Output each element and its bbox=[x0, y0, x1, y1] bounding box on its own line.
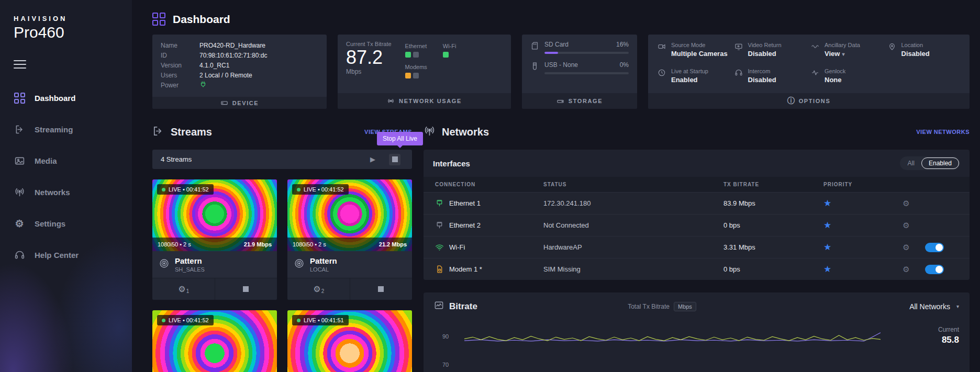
sidebar-item-help-center[interactable]: Help Center bbox=[0, 239, 132, 270]
sd-progress-track bbox=[544, 52, 629, 54]
usb-progress-track bbox=[544, 72, 629, 74]
streams-title: Streams bbox=[171, 126, 212, 138]
interface-settings-icon[interactable]: ⚙ bbox=[901, 243, 911, 252]
clock-icon bbox=[658, 69, 666, 86]
priority-star-icon[interactable]: ★ bbox=[823, 242, 834, 253]
option-live-at-startup: Live at StartupEnabled bbox=[658, 68, 730, 86]
modems-status: Modems bbox=[405, 64, 427, 78]
table-row-ethernet1[interactable]: Ethernet 1 172.30.241.180 83.9 Mbps ★⚙ bbox=[424, 192, 970, 214]
device-row: NamePRO420-RD_Hardware bbox=[161, 41, 318, 51]
filter-all[interactable]: All bbox=[901, 158, 921, 168]
streams-section: Streams VIEW STREAMS Stop All Live 4 Str… bbox=[152, 122, 412, 372]
options-card-footer: ⓘ OPTIONS bbox=[648, 93, 970, 109]
storage-drive-icon bbox=[556, 97, 564, 105]
live-dot-icon bbox=[162, 188, 165, 191]
option-ancillary-data[interactable]: Ancillary Data View▾ bbox=[811, 42, 884, 60]
main-content: Dashboard NamePRO420-RD_Hardware ID70:98… bbox=[132, 0, 980, 372]
sidebar-item-settings[interactable]: ⚙ Settings bbox=[0, 208, 132, 239]
device-card-footer: DEVICE bbox=[152, 97, 327, 109]
start-all-button[interactable]: ▶ bbox=[370, 155, 375, 163]
stream-thumbnail[interactable]: LIVE • 00:41:52 1080i50 • 2 s 21.2 Mbps bbox=[287, 179, 412, 251]
status-square bbox=[443, 52, 449, 58]
brand-pro460: Pro460 bbox=[14, 24, 118, 41]
option-location: LocationDisabled bbox=[888, 42, 961, 60]
intercom-icon bbox=[734, 69, 743, 86]
interface-settings-icon[interactable]: ⚙ bbox=[901, 221, 911, 230]
sim-card-icon bbox=[435, 265, 444, 274]
ethernet-icon bbox=[435, 199, 444, 208]
device-row: Version4.1.0_RC1 bbox=[161, 61, 318, 71]
interfaces-table-header: CONNECTION STATUS TX BITRATE PRIORITY bbox=[424, 177, 970, 192]
storage-card-body: SD Card16% USB - None0% bbox=[522, 35, 637, 93]
power-plug-icon bbox=[199, 81, 207, 91]
interface-toggle[interactable] bbox=[925, 265, 944, 274]
ethernet-status: Ethernet bbox=[405, 43, 427, 58]
stop-all-button[interactable] bbox=[389, 154, 400, 165]
bitrate-chart: 90 70 Current 85.8 bbox=[434, 315, 959, 368]
wifi-icon bbox=[435, 243, 444, 252]
networks-title: Networks bbox=[442, 126, 489, 138]
priority-star-icon[interactable]: ★ bbox=[823, 220, 834, 231]
wifi-status: Wi-Fi bbox=[443, 43, 456, 58]
status-square bbox=[413, 52, 419, 58]
chevron-down-icon[interactable]: ▾ bbox=[842, 51, 844, 57]
sidebar-item-label: Streaming bbox=[35, 125, 73, 134]
live-dot-icon bbox=[297, 319, 300, 322]
stream-settings-button[interactable]: ⚙1 bbox=[152, 278, 215, 300]
sidebar-item-label: Media bbox=[35, 156, 57, 165]
device-row: ID70:98:10:61:02:71:80:dc bbox=[161, 51, 318, 61]
view-networks-link[interactable]: VIEW NETWORKS bbox=[916, 129, 970, 135]
device-icon bbox=[220, 99, 228, 107]
video-return-icon bbox=[734, 42, 743, 60]
stream-thumbnail[interactable]: LIVE • 00:41:52 bbox=[152, 310, 277, 372]
stream-thumbnail[interactable]: LIVE • 00:41:52 1080i50 • 2 s 21.9 Mbps bbox=[152, 179, 277, 251]
sidebar-item-media[interactable]: Media bbox=[0, 145, 132, 176]
stream-source: SH_SALES bbox=[175, 266, 205, 273]
stream-settings-button[interactable]: ⚙2 bbox=[287, 278, 350, 300]
streams-icon bbox=[152, 125, 164, 139]
network-usage-body: Current Tx Bitrate 87.2 Mbps Ethernet Wi… bbox=[338, 35, 511, 93]
device-row: Users2 Local / 0 Remote bbox=[161, 71, 318, 81]
sidebar-item-streaming[interactable]: Streaming bbox=[0, 114, 132, 145]
priority-star-icon[interactable]: ★ bbox=[823, 264, 834, 275]
live-dot-icon bbox=[297, 188, 300, 191]
table-row-modem1[interactable]: Modem 1 * SIM Missing 0 bps ★⚙ bbox=[424, 258, 970, 280]
networks-section: Networks VIEW NETWORKS Interfaces All En… bbox=[424, 122, 970, 372]
filter-enabled[interactable]: Enabled bbox=[921, 157, 959, 169]
tx-bitrate: Current Tx Bitrate 87.2 Mbps bbox=[346, 41, 392, 87]
stop-icon bbox=[243, 286, 249, 292]
option-intercom: IntercomDisabled bbox=[734, 68, 807, 86]
sidebar-item-dashboard[interactable]: Dashboard bbox=[0, 82, 132, 114]
stream-stop-button[interactable] bbox=[215, 278, 277, 300]
table-row-ethernet2[interactable]: Ethernet 2 Not Connected 0 bps ★⚙ bbox=[424, 214, 970, 236]
interface-toggle[interactable] bbox=[925, 243, 944, 252]
stream-stop-button[interactable] bbox=[350, 278, 413, 300]
interface-settings-icon[interactable]: ⚙ bbox=[901, 265, 911, 274]
stop-all-live-tooltip: Stop All Live bbox=[377, 132, 423, 145]
sidebar-item-networks[interactable]: Networks bbox=[0, 176, 132, 208]
status-square bbox=[405, 52, 411, 58]
sidebar-item-label: Networks bbox=[35, 188, 70, 197]
stream-grid: LIVE • 00:41:52 1080i50 • 2 s 21.9 Mbps … bbox=[152, 179, 412, 372]
stream-card: LIVE • 00:41:52 1080i50 • 2 s 21.2 Mbps … bbox=[287, 179, 412, 300]
stream-thumbnail[interactable]: LIVE • 00:41:51 bbox=[287, 310, 412, 372]
table-row-wifi[interactable]: Wi-Fi HardwareAP 3.31 Mbps ★⚙ bbox=[424, 236, 970, 258]
interfaces-panel: Interfaces All Enabled CONNECTION STATUS… bbox=[424, 150, 970, 280]
genlock-icon bbox=[811, 69, 819, 86]
dashboard-grid-icon bbox=[152, 13, 165, 26]
priority-star-icon[interactable]: ★ bbox=[823, 198, 834, 209]
sd-percent: 16% bbox=[616, 41, 629, 48]
hamburger-menu-icon[interactable] bbox=[14, 60, 26, 69]
stream-name: Pattern bbox=[175, 256, 205, 265]
interface-settings-icon[interactable]: ⚙ bbox=[901, 199, 911, 208]
brand-haivision: HAIVISION bbox=[14, 15, 118, 22]
stream-bitrate: 21.2 Mbps bbox=[379, 241, 407, 247]
network-selector[interactable]: All Networks ▾ bbox=[909, 302, 959, 311]
stream-source: LOCAL bbox=[310, 266, 337, 273]
pattern-target-icon bbox=[159, 258, 170, 271]
location-pin-icon bbox=[888, 42, 896, 60]
stream-bitrate: 21.9 Mbps bbox=[244, 241, 272, 247]
y-tick-70: 70 bbox=[442, 362, 449, 368]
ancillary-data-icon bbox=[811, 42, 819, 60]
options-card: Source ModeMultiple Cameras Video Return… bbox=[648, 35, 970, 109]
